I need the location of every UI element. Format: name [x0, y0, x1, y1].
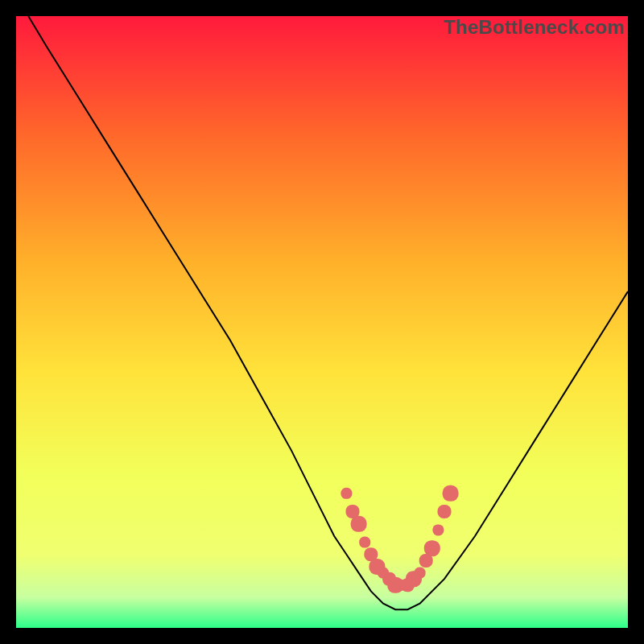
svg-rect-0: [16, 16, 628, 628]
gradient-background: [16, 16, 628, 628]
watermark-text: TheBottleneck.com: [444, 16, 625, 39]
plot-frame: TheBottleneck.com: [16, 16, 628, 628]
